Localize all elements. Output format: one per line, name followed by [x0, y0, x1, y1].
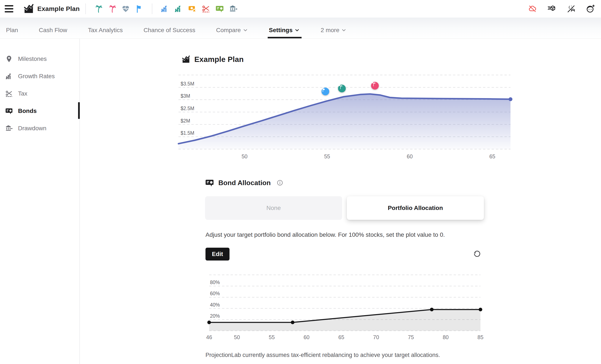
x-axis-tick-label: 60	[401, 153, 418, 160]
x-axis-tick-label: 55	[263, 334, 280, 340]
bank-withdraw-icon	[5, 125, 13, 132]
sidebar-item-milestones[interactable]: Milestones	[0, 50, 79, 67]
tax-scissors-icon[interactable]	[199, 2, 213, 16]
bond-allocation-header: Bond Allocation	[205, 178, 283, 187]
teal-growth-chart-icon[interactable]	[171, 2, 185, 16]
bond-allocation-description: Adjust your target portfolio bond alloca…	[205, 231, 445, 238]
bond-certificate-icon[interactable]	[213, 2, 227, 16]
chevron-down-icon	[341, 28, 347, 33]
tab-tax-analytics[interactable]: Tax Analytics	[88, 27, 123, 35]
rebalancing-footnote: ProjectionLab currently assumes tax-effi…	[205, 352, 440, 358]
x-axis-tick-label: 70	[367, 334, 385, 340]
x-axis-tick-label: 55	[319, 153, 336, 160]
sidebar-item-bonds[interactable]: Bonds	[0, 102, 79, 120]
tax-scissors-icon	[5, 90, 13, 97]
x-axis-tick-label: 50	[236, 153, 253, 160]
tab-plan[interactable]: Plan	[6, 27, 18, 35]
bond-certificate-icon	[205, 178, 214, 187]
bond-allocation-toggle: None Portfolio Allocation	[205, 196, 484, 220]
chevron-down-icon	[294, 28, 300, 33]
info-icon[interactable]	[277, 180, 283, 186]
hamburger-menu-button[interactable]	[5, 2, 19, 15]
net-worth-chart: $1.5M$2M$2.5M$3M$3.5M50556065	[179, 75, 511, 149]
cash-remove-icon[interactable]	[185, 2, 199, 16]
pink-palm-tree-icon[interactable]	[105, 2, 119, 16]
sidebar-item-tax[interactable]: Tax	[0, 85, 79, 102]
plan-name-title: Example Plan	[37, 5, 80, 12]
edit-button[interactable]: Edit	[205, 248, 230, 260]
settings-sidebar: Milestones Growth Rates Tax Bonds Drawdo…	[0, 39, 80, 364]
bond-allocation-plot[interactable]: 20%40%60%80%465055606570758085	[209, 275, 481, 331]
tab-2-more[interactable]: 2 more	[321, 27, 347, 35]
x-axis-tick-label: 46	[200, 334, 218, 340]
blue-growth-chart-icon[interactable]	[158, 2, 171, 16]
header-divider	[85, 3, 86, 14]
heart-pulse-icon[interactable]	[119, 2, 132, 16]
bond-allocation-target-svg[interactable]	[209, 275, 481, 331]
reset-allocation-button[interactable]	[472, 249, 482, 259]
pink-palm-milestone-marker[interactable]	[371, 82, 379, 90]
app-header: Example Plan	[0, 0, 601, 18]
teal-palm-tree-icon[interactable]	[91, 2, 105, 16]
x-axis-tick-label: 85	[472, 334, 489, 340]
x-axis-tick-label: 65	[484, 153, 501, 160]
sidebar-active-indicator	[78, 102, 80, 119]
speed-cube-icon[interactable]	[545, 2, 559, 16]
plan-title-row: Example Plan	[181, 55, 244, 64]
tab-chance-of-success[interactable]: Chance of Success	[143, 27, 195, 35]
sidebar-item-growth-rates[interactable]: Growth Rates	[0, 67, 79, 85]
projectionlab-logo-icon	[23, 3, 34, 14]
x-axis-tick-label: 65	[333, 334, 350, 340]
restore-icon	[473, 250, 481, 258]
page-title: Example Plan	[194, 55, 244, 64]
growth-chart-icon	[5, 72, 13, 80]
cloud-off-icon[interactable]	[525, 2, 539, 16]
tab-settings[interactable]: Settings	[269, 27, 300, 35]
tab-compare[interactable]: Compare	[216, 27, 248, 35]
bond-certificate-icon	[5, 107, 13, 115]
x-axis-tick-label: 50	[229, 334, 246, 340]
x-axis-tick-label: 60	[298, 334, 315, 340]
header-divider	[152, 3, 152, 14]
blue-flag-icon[interactable]	[132, 2, 146, 16]
account-face-icon[interactable]	[583, 2, 597, 16]
chevron-down-icon	[243, 28, 248, 33]
area-chart-icon	[181, 55, 190, 64]
option-none-button[interactable]: None	[205, 196, 342, 220]
sidebar-item-drawdown[interactable]: Drawdown	[0, 120, 79, 137]
option-portfolio-allocation-button[interactable]: Portfolio Allocation	[347, 196, 484, 220]
theme-toggle-icon[interactable]	[564, 2, 578, 16]
plan-tab-bar: Plan Cash Flow Tax Analytics Chance of S…	[0, 18, 601, 38]
section-title: Bond Allocation	[218, 179, 271, 187]
tab-cash-flow[interactable]: Cash Flow	[39, 27, 67, 35]
map-pin-icon	[5, 55, 13, 63]
x-axis-tick-label: 80	[437, 334, 454, 340]
bank-withdraw-icon[interactable]	[227, 2, 240, 16]
x-axis-tick-label: 75	[402, 334, 420, 340]
